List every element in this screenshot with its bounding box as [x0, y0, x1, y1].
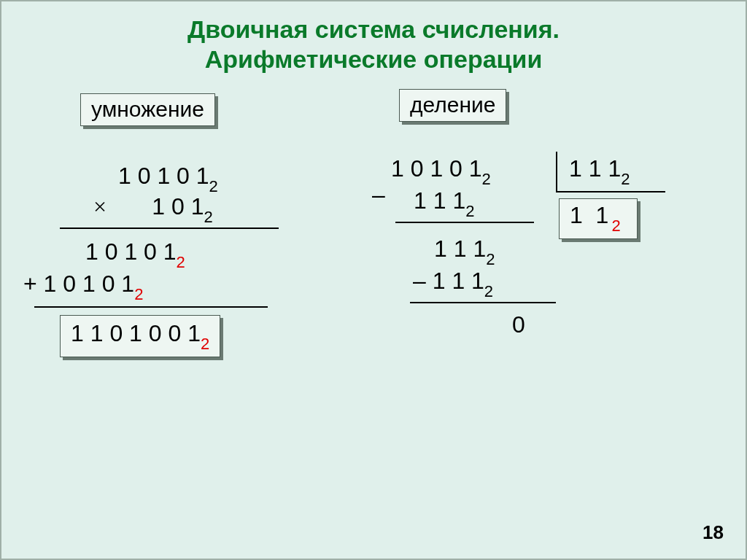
div-rule-1 — [395, 222, 534, 223]
division-label: деление — [399, 89, 506, 122]
mul-rule-2 — [34, 306, 268, 308]
multiplication-label: умножение — [80, 93, 215, 126]
div-rem2: 0 — [512, 311, 525, 338]
div-quotient-box: 1 12 — [559, 198, 638, 239]
div-rule-2 — [410, 302, 556, 303]
page-number: 18 — [703, 521, 724, 544]
mul-partial2: + 1 0 1 0 12 — [23, 270, 143, 302]
div-minus-1: – — [372, 181, 385, 209]
title-line-1: Двоичная система счисления. — [187, 15, 560, 43]
div-bracket-horizontal — [556, 191, 665, 192]
title-line-2: Арифметические операции — [205, 45, 543, 73]
div-dividend: 1 0 1 0 12 — [391, 155, 491, 187]
div-divisor: 1 1 12 — [569, 155, 630, 187]
div-sub1: 1 1 12 — [414, 187, 474, 219]
mul-rule-1 — [60, 228, 279, 229]
mul-operand1: 1 0 1 0 12 — [118, 162, 218, 194]
div-rem1: 1 1 12 — [434, 235, 495, 267]
div-bracket-vertical — [556, 152, 557, 192]
mul-partial1: 1 0 1 0 12 — [85, 238, 185, 270]
slide-content: умножение деление 1 0 1 0 12 × 1 0 12 1 … — [1, 82, 746, 534]
mul-operator-row: × 1 0 12 — [93, 192, 213, 225]
div-minus2: – 1 1 12 — [413, 267, 493, 299]
mul-result-box: 1 1 0 1 0 0 12 — [60, 315, 220, 357]
slide-title: Двоичная система счисления. Арифметическ… — [1, 1, 746, 82]
